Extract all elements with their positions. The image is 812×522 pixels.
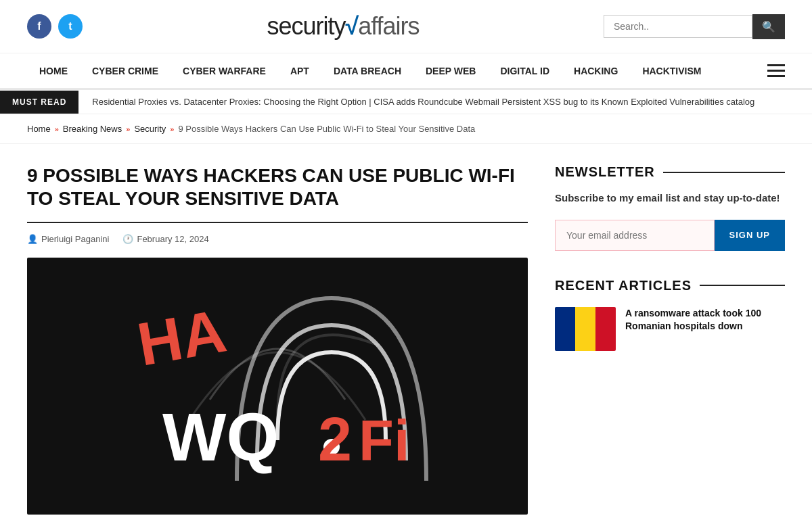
nav-cyber-crime[interactable]: CYBER CRIME: [80, 55, 171, 87]
email-input[interactable]: [555, 220, 715, 251]
nav-digital-id[interactable]: DIGITAL ID: [488, 55, 562, 87]
article-area: 9 POSSIBLE WAYS HACKERS CAN USE PUBLIC W…: [27, 164, 528, 515]
sign-up-button[interactable]: SIGN UP: [715, 220, 785, 251]
social-icons: f t: [27, 14, 83, 39]
logo-affairs: affairs: [358, 12, 419, 40]
breadcrumb-sep-3: »: [170, 125, 174, 133]
flag-blue-stripe: [555, 307, 575, 351]
clock-icon: 🕐: [122, 234, 133, 244]
search-button[interactable]: 🔍: [752, 14, 785, 39]
article-divider: [27, 222, 528, 223]
svg-text:WQ: WQ: [162, 399, 279, 475]
newsletter-description: Subscribe to my email list and stay up-t…: [555, 191, 785, 206]
flag-red-stripe: [595, 307, 616, 351]
twitter-icon[interactable]: t: [58, 14, 83, 39]
nav-data-breach[interactable]: DATA BREACH: [321, 55, 413, 87]
header: f t security√affairs 🔍: [0, 0, 812, 53]
recent-item-title[interactable]: A ransomware attack took 100 Romanian ho…: [625, 307, 785, 333]
breadcrumb-sep-1: »: [55, 125, 59, 133]
breadcrumb-sep-2: »: [126, 125, 130, 133]
hack-wifi-graphic: HA WQ 2 Fi: [122, 264, 433, 508]
newsletter-header: NEWSLETTER: [555, 164, 785, 180]
recent-articles-title: RECENT ARTICLES: [555, 278, 692, 293]
ticker-content: Residential Proxies vs. Datacenter Proxi…: [78, 90, 768, 114]
recent-articles-section: RECENT ARTICLES A ransomware attack took…: [555, 278, 785, 351]
breadcrumb: Home » Breaking News » Security » 9 Poss…: [0, 114, 812, 144]
facebook-icon[interactable]: f: [27, 14, 51, 39]
nav-cyber-warfare[interactable]: CYBER WARFARE: [171, 55, 278, 87]
article-meta: 👤 Pierluigi Paganini 🕐 February 12, 2024: [27, 234, 528, 244]
newsletter-section: NEWSLETTER Subscribe to my email list an…: [555, 164, 785, 251]
article-date: 🕐 February 12, 2024: [122, 234, 208, 244]
newsletter-form: SIGN UP: [555, 220, 785, 251]
news-ticker: MUST READ Residential Proxies vs. Datace…: [0, 90, 812, 114]
article-title: 9 POSSIBLE WAYS HACKERS CAN USE PUBLIC W…: [27, 164, 528, 210]
nav-hacktivism[interactable]: HACKTIVISM: [630, 55, 713, 87]
sidebar: NEWSLETTER Subscribe to my email list an…: [555, 164, 785, 515]
breadcrumb-security[interactable]: Security: [134, 124, 166, 134]
breadcrumb-home[interactable]: Home: [27, 124, 51, 134]
svg-text:Fi: Fi: [359, 408, 410, 473]
date-text: February 12, 2024: [137, 234, 208, 244]
ticker-label: MUST READ: [0, 91, 78, 114]
search-form: 🔍: [604, 14, 785, 39]
svg-text:2: 2: [318, 406, 352, 473]
logo-security: security: [267, 12, 345, 40]
nav-apt[interactable]: APT: [278, 55, 321, 87]
author-icon: 👤: [27, 234, 38, 244]
logo-check: √: [345, 12, 358, 40]
article-author: 👤 Pierluigi Paganini: [27, 234, 109, 244]
main-nav: HOME CYBER CRIME CYBER WARFARE APT DATA …: [0, 53, 812, 90]
recent-articles-line: [700, 285, 785, 286]
author-name: Pierluigi Paganini: [41, 234, 109, 244]
newsletter-title: NEWSLETTER: [555, 164, 655, 180]
search-input[interactable]: [604, 15, 752, 38]
recent-item: A ransomware attack took 100 Romanian ho…: [555, 307, 785, 351]
hamburger-menu[interactable]: [767, 53, 785, 88]
nav-deep-web[interactable]: DEEP WEB: [413, 55, 488, 87]
recent-articles-header: RECENT ARTICLES: [555, 278, 785, 293]
article-image: HA WQ 2 Fi: [27, 258, 528, 515]
main-content: 9 POSSIBLE WAYS HACKERS CAN USE PUBLIC W…: [0, 144, 812, 522]
nav-home[interactable]: HOME: [27, 55, 80, 87]
breadcrumb-current: 9 Possible Ways Hackers Can Use Public W…: [178, 124, 475, 134]
site-logo[interactable]: security√affairs: [267, 12, 419, 41]
newsletter-line: [663, 172, 785, 173]
flag-yellow-stripe: [575, 307, 595, 351]
nav-hacking[interactable]: HACKING: [562, 55, 630, 87]
romania-flag-thumbnail: [555, 307, 616, 351]
breadcrumb-breaking-news[interactable]: Breaking News: [63, 124, 122, 134]
recent-item-text: A ransomware attack took 100 Romanian ho…: [625, 307, 785, 351]
